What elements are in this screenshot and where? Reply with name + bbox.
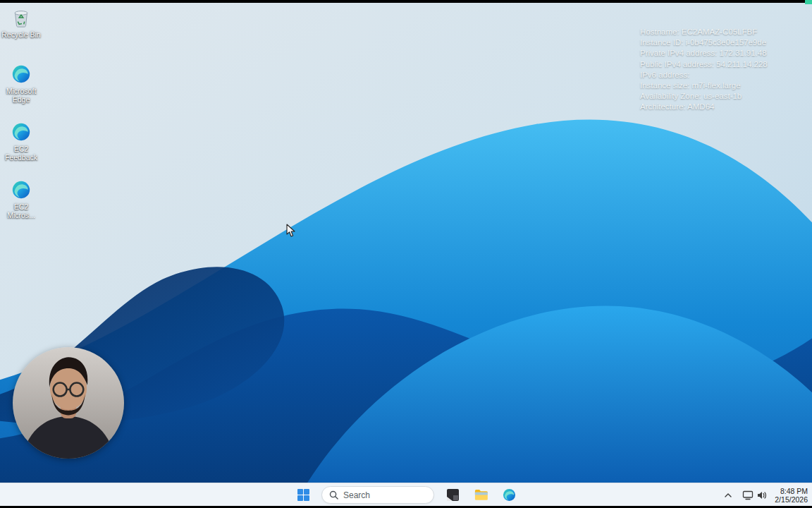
edge-icon <box>11 64 32 85</box>
edge-icon <box>502 488 517 502</box>
recycle-bin-icon <box>11 7 32 28</box>
ec2-instance-info: Hostname: EC2AMAZ-C05LFBF Instance ID: i… <box>640 27 809 113</box>
info-architecture: Architecture: AMD64 <box>640 102 809 112</box>
info-public-ipv4: Public IPv4 address: 54.211.14.228 <box>640 59 809 70</box>
taskbar-app-file-explorer[interactable] <box>471 485 491 505</box>
info-ipv6: IPv6 address: <box>640 70 809 80</box>
tray-date: 2/15/2026 <box>775 495 808 504</box>
taskbar: Search <box>0 483 812 506</box>
taskbar-app-dark-window[interactable] <box>443 485 462 505</box>
search-icon <box>329 490 338 500</box>
info-instance-size: Instance size: m7i-flex.large <box>640 80 809 91</box>
info-az: Availability Zone: us-east-1b <box>640 91 809 102</box>
chevron-up-icon <box>725 493 732 497</box>
letterbox-top <box>0 0 812 3</box>
tray-clock[interactable]: 8:48 PM 2/15/2026 <box>775 487 808 504</box>
dark-window-icon <box>446 488 460 502</box>
tray-status-icons[interactable] <box>742 490 768 500</box>
edge-icon <box>11 121 32 143</box>
windows-logo-icon <box>297 489 309 501</box>
recording-indicator <box>805 0 812 4</box>
search-input[interactable]: Search <box>321 486 434 504</box>
desktop-icon-label: Recycle Bin <box>1 30 42 39</box>
folder-icon <box>474 488 488 502</box>
webcam-feed <box>13 347 124 459</box>
network-icon <box>742 490 753 500</box>
desktop-icon-label: Microsoft Edge <box>1 87 42 104</box>
tray-overflow-button[interactable] <box>721 485 735 505</box>
info-instance-id: Instance ID: i-0b475c3e0e157e9de <box>640 37 809 48</box>
taskbar-app-edge[interactable] <box>499 485 519 505</box>
desktop-icon-recycle-bin[interactable]: Recycle Bin <box>1 7 42 39</box>
system-tray: 8:48 PM 2/15/2026 <box>721 483 808 507</box>
desktop-icon-label: EC2 Feedback <box>1 145 42 162</box>
tray-time: 8:48 PM <box>775 487 808 495</box>
desktop-icon-label: EC2 Micros... <box>1 202 42 219</box>
webcam-overlay <box>13 347 124 459</box>
desktop-icon-microsoft-edge[interactable]: Microsoft Edge <box>1 64 42 104</box>
volume-icon <box>756 490 768 500</box>
desktop-icon-ec2-microsoft[interactable]: EC2 Micros... <box>1 179 42 219</box>
info-hostname: Hostname: EC2AMAZ-C05LFBF <box>640 27 809 37</box>
edge-icon <box>11 179 32 200</box>
taskbar-center-group: Search <box>293 483 519 507</box>
desktop-icon-ec2-feedback[interactable]: EC2 Feedback <box>1 121 42 162</box>
search-placeholder: Search <box>343 490 370 500</box>
start-button[interactable] <box>293 485 313 505</box>
info-private-ipv4: Private IPv4 address: 172.31.91.48 <box>640 48 809 59</box>
